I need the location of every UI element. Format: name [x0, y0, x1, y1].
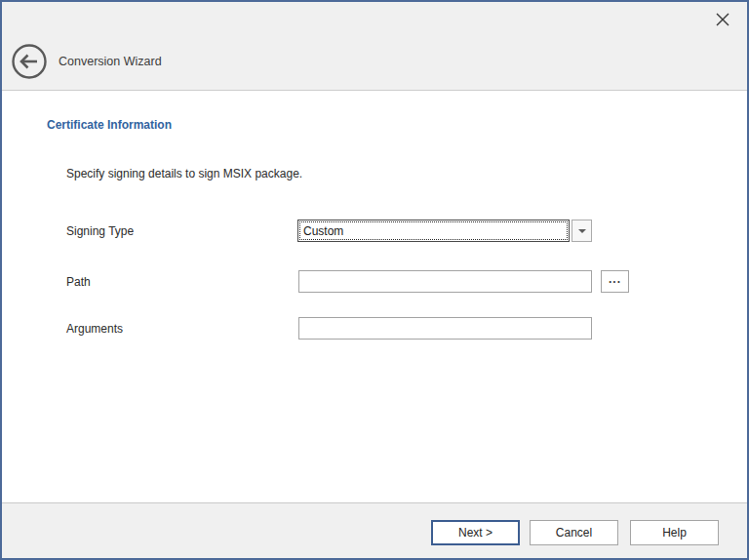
- chevron-down-icon: [578, 229, 586, 233]
- close-button[interactable]: [713, 10, 732, 29]
- back-button[interactable]: [11, 43, 48, 80]
- arguments-input[interactable]: [298, 317, 592, 340]
- arguments-label: Arguments: [66, 317, 123, 340]
- help-button[interactable]: Help: [630, 520, 719, 545]
- cancel-button[interactable]: Cancel: [530, 520, 618, 545]
- browse-button[interactable]: ...: [601, 270, 629, 293]
- path-label: Path: [66, 270, 91, 293]
- signing-type-selected-value: Custom: [299, 221, 568, 240]
- wizard-header: Conversion Wizard: [2, 2, 747, 91]
- page-title: Certificate Information: [47, 118, 172, 132]
- wizard-title: Conversion Wizard: [59, 55, 162, 68]
- signing-type-label: Signing Type: [66, 220, 134, 242]
- conversion-wizard-window: Conversion Wizard Certificate Informatio…: [0, 0, 749, 560]
- wizard-title-group: Conversion Wizard: [11, 43, 162, 80]
- back-arrow-icon: [11, 43, 48, 80]
- signing-type-dropdown-button[interactable]: [572, 220, 592, 242]
- close-icon: [715, 12, 730, 27]
- path-input[interactable]: [298, 270, 592, 293]
- signing-type-combobox[interactable]: Custom: [297, 220, 592, 242]
- signing-type-combobox-edit: Custom: [297, 220, 570, 242]
- next-button[interactable]: Next >: [431, 520, 520, 545]
- page-description: Specify signing details to sign MSIX pac…: [66, 167, 302, 180]
